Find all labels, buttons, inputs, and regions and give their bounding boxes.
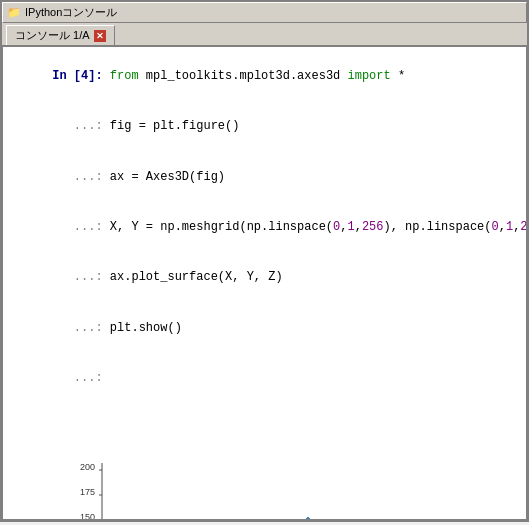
prompt-cont4: ...: xyxy=(52,270,110,284)
code-block-in4: In [4]: from mpl_toolkits.mplot3d.axes3d… xyxy=(9,51,520,101)
code-line-ax: ...: ax = Axes3D(fig) xyxy=(9,152,520,202)
code-line-meshgrid: ...: X, Y = np.meshgrid(np.linspace(0,1,… xyxy=(9,202,520,252)
svg-text:200: 200 xyxy=(79,462,94,472)
window-title: IPythonコンソール xyxy=(25,5,117,20)
prompt-cont3: ...: xyxy=(52,220,110,234)
svg-text:175: 175 xyxy=(79,487,94,497)
svg-rect-0 xyxy=(60,408,470,520)
prompt-cont5: ...: xyxy=(52,321,110,335)
code-line-fig: ...: fig = plt.figure() xyxy=(9,101,520,151)
prompt-cont6: ...: xyxy=(52,371,110,385)
plot-container: 200 175 150 125 100 75 50 25 1.0 0.8 0.6… xyxy=(9,408,520,520)
console-tab[interactable]: コンソール 1/A ✕ xyxy=(6,25,115,45)
code-line-show: ...: plt.show() xyxy=(9,303,520,353)
3d-surface-plot: 200 175 150 125 100 75 50 25 1.0 0.8 0.6… xyxy=(60,408,470,520)
prompt-cont1: ...: xyxy=(52,119,110,133)
tab-close-button[interactable]: ✕ xyxy=(94,30,106,42)
svg-text:150: 150 xyxy=(79,512,94,520)
prompt-cont2: ...: xyxy=(52,170,110,184)
prompt-in4: In [4]: xyxy=(52,69,102,83)
tab-bar: コンソール 1/A ✕ xyxy=(2,23,527,47)
window-title-bar: 📁 IPythonコンソール xyxy=(2,2,527,23)
code-line-plot-surface: ...: ax.plot_surface(X, Y, Z) xyxy=(9,253,520,303)
console-area: In [4]: from mpl_toolkits.mplot3d.axes3d… xyxy=(2,47,527,520)
code-line-dots: ...: xyxy=(9,353,520,403)
folder-icon: 📁 xyxy=(7,6,21,19)
tab-label: コンソール 1/A xyxy=(15,28,90,43)
